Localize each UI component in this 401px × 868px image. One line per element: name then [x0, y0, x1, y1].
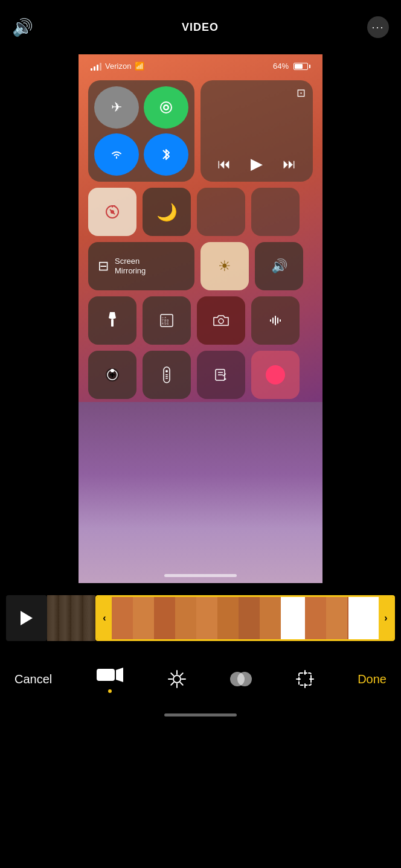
svg-rect-26 — [165, 378, 168, 379]
filmstrip-section: ‹ › — [0, 583, 401, 647]
video-title: VIDEO — [182, 21, 219, 34]
cc-row-4: ÷ × 7 8 9 4 5 6 — [88, 296, 313, 345]
phone-screen-wrapper: Verizon 📶 64% ✈ — [0, 54, 401, 583]
video-camera-dot — [108, 689, 112, 693]
filmstrip-preview — [47, 595, 95, 641]
media-airplay: ⊡ — [208, 86, 306, 100]
media-controls: ⏮ ▶ ⏭ — [208, 155, 306, 173]
svg-rect-15 — [277, 318, 278, 324]
wifi-button[interactable] — [94, 133, 139, 176]
cancel-button[interactable]: Cancel — [14, 672, 52, 686]
svg-rect-6 — [111, 319, 114, 327]
done-button[interactable]: Done — [358, 672, 387, 686]
airplane-mode-button[interactable]: ✈ — [94, 86, 139, 129]
svg-rect-24 — [165, 374, 168, 375]
wifi-icon: 📶 — [135, 62, 144, 71]
record-inner-circle — [266, 365, 285, 385]
fast-forward-button[interactable]: ⏭ — [283, 156, 296, 172]
status-left: Verizon 📶 — [91, 62, 144, 71]
svg-rect-25 — [165, 376, 168, 377]
svg-point-4 — [111, 210, 114, 214]
screen-record-button[interactable] — [251, 351, 300, 399]
signal-bar-1 — [91, 68, 92, 71]
home-indicator — [164, 574, 237, 577]
sound-recognition-button[interactable] — [251, 296, 300, 345]
svg-line-40 — [181, 673, 183, 675]
volume-cc-button[interactable]: 🔊 — [255, 242, 303, 290]
video-camera-icon-wrap — [95, 665, 124, 685]
svg-point-33 — [173, 675, 181, 683]
phone-bottom-area — [79, 402, 322, 583]
connectivity-block: ✈ — [88, 80, 194, 182]
svg-line-39 — [181, 683, 183, 685]
remote-button[interactable] — [143, 351, 191, 399]
svg-rect-14 — [275, 316, 276, 325]
svg-line-38 — [172, 673, 174, 675]
svg-marker-32 — [116, 668, 123, 682]
svg-rect-16 — [280, 319, 281, 322]
filters-button[interactable] — [230, 668, 252, 690]
cc-row-5 — [88, 351, 313, 399]
signal-bar-2 — [94, 66, 95, 71]
filmstrip-end — [348, 597, 379, 639]
camera-button[interactable] — [197, 296, 245, 345]
signal-bar-4 — [100, 63, 101, 71]
cc-row-1: ✈ — [88, 80, 313, 182]
filmstrip-left-handle[interactable]: ‹ — [97, 595, 112, 641]
calculator-button[interactable]: ÷ × 7 8 9 4 5 6 — [143, 296, 191, 345]
accessibility-button[interactable] — [88, 351, 136, 399]
filmstrip-selected[interactable]: ‹ › — [95, 595, 395, 641]
svg-line-41 — [172, 683, 174, 685]
carrier-label: Verizon — [105, 62, 131, 71]
svg-point-2 — [165, 106, 168, 109]
video-play-button[interactable] — [6, 595, 47, 641]
signal-bar-3 — [97, 65, 98, 71]
filters-icon — [230, 668, 252, 690]
svg-point-23 — [165, 370, 168, 372]
bluetooth-button[interactable] — [144, 133, 188, 176]
crop-button[interactable] — [295, 669, 315, 689]
home-bar — [0, 705, 401, 723]
battery-percent: 64% — [273, 62, 289, 71]
status-right: 64% — [273, 62, 310, 71]
brightness-button[interactable]: ☀ — [200, 242, 249, 290]
status-bar: Verizon 📶 64% — [79, 54, 322, 75]
top-bar: 🔊 VIDEO ··· — [0, 0, 401, 54]
play-button[interactable]: ▶ — [251, 155, 263, 173]
control-center: ✈ — [79, 75, 322, 399]
bottom-toolbar: Cancel — [0, 647, 401, 705]
cc-button-3[interactable] — [197, 188, 245, 236]
svg-point-11 — [219, 319, 223, 324]
svg-rect-13 — [272, 318, 274, 324]
portrait-lock-button[interactable] — [88, 188, 136, 236]
svg-rect-12 — [270, 319, 271, 322]
svg-marker-5 — [109, 312, 116, 319]
phone-screen: Verizon 📶 64% ✈ — [79, 54, 322, 583]
filmstrip-preview-frames — [47, 595, 95, 641]
do-not-disturb-button[interactable]: 🌙 — [143, 188, 191, 236]
screen-mirroring-button[interactable]: ⊟ ScreenMirroring — [88, 242, 194, 290]
rewind-button[interactable]: ⏮ — [217, 156, 231, 172]
screen-mirror-label: ScreenMirroring — [115, 257, 146, 275]
volume-icon[interactable]: 🔊 — [12, 18, 33, 37]
filmstrip-right-handle[interactable]: › — [379, 595, 393, 641]
svg-text:4 5 6: 4 5 6 — [162, 322, 168, 325]
filmstrip-row: ‹ › — [0, 595, 401, 641]
media-block: ⊡ ⏮ ▶ ⏭ — [200, 80, 313, 182]
more-options-button[interactable]: ··· — [367, 16, 389, 38]
filmstrip-frames — [112, 597, 379, 639]
flashlight-button[interactable] — [88, 296, 136, 345]
home-bar-line — [164, 713, 237, 716]
screen-mirror-icon: ⊟ — [98, 258, 109, 274]
cc-button-4[interactable] — [251, 188, 300, 236]
cc-row-2: 🌙 — [88, 188, 313, 236]
cellular-button[interactable] — [144, 86, 188, 129]
airplay-icon[interactable]: ⊡ — [297, 86, 306, 100]
battery-icon — [294, 63, 310, 70]
video-camera-button[interactable] — [95, 665, 124, 693]
signal-bars — [91, 62, 101, 71]
notes-button[interactable] — [197, 351, 245, 399]
play-triangle-icon — [21, 611, 33, 625]
adjust-button[interactable] — [167, 669, 187, 689]
cc-row-3: ⊟ ScreenMirroring ☀ 🔊 — [88, 242, 313, 290]
